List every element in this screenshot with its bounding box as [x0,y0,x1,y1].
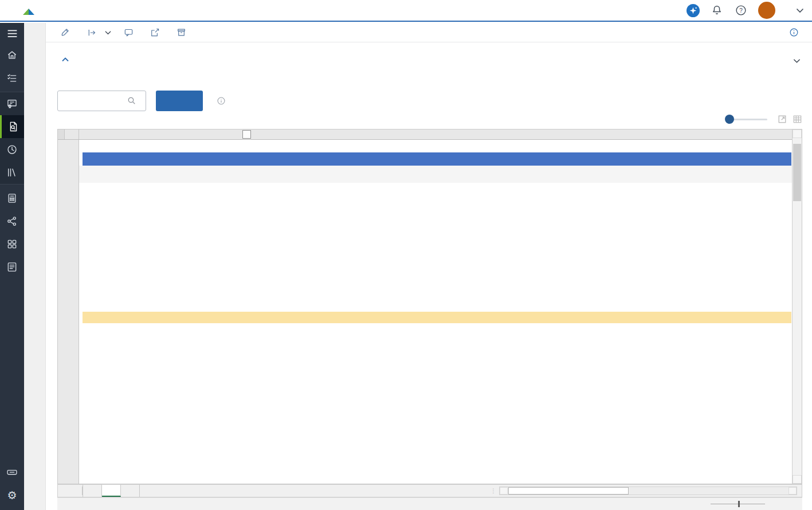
edit-in-designer-button[interactable] [60,28,74,37]
home-icon[interactable] [0,44,24,66]
archive-box-icon [176,28,186,37]
scroll-down-icon[interactable] [793,475,802,484]
vertical-scroll-thumb[interactable] [793,144,801,201]
outline-expand-button[interactable] [242,130,251,139]
run-button[interactable] [156,91,203,111]
scroll-left-icon[interactable] [500,487,508,495]
chevron-down-icon [793,58,801,64]
dashboard-grid-icon[interactable] [0,233,24,256]
grid-view-icon[interactable] [793,115,802,124]
hamburger-menu-icon[interactable] [0,23,24,44]
archive-library-icon[interactable] [0,161,24,184]
period-strip [79,166,792,183]
information-button[interactable] [789,28,812,37]
left-nav: ⚙ [0,23,24,510]
period-input[interactable] [64,97,127,105]
history-panel [24,23,46,510]
solver-logo[interactable] [0,7,57,14]
tasks-icon[interactable] [0,66,24,89]
scrollbar-grip-icon[interactable]: ⋮ [491,485,497,497]
outline-corner-cell2 [65,130,79,139]
sheet-tab-strip: ⋮ [57,484,802,497]
report-parameters-toggle[interactable] [57,57,69,62]
toggle-knob[interactable] [725,115,734,124]
popout-icon[interactable] [778,115,787,124]
svg-text:?: ? [739,7,743,14]
reports-icon[interactable] [0,115,24,138]
share-button[interactable] [150,28,164,37]
scroll-right-icon[interactable] [789,487,797,495]
workflow-icon[interactable] [0,210,24,233]
auto-refresh-row [720,115,802,124]
reporting-nav-group [0,92,24,185]
chevron-up-icon [62,57,69,62]
parameter-controls [57,91,230,111]
report-title-bar [83,152,791,166]
export-button[interactable] [87,28,111,37]
history-clock-icon[interactable] [0,138,24,161]
horizontal-scroll-thumb[interactable] [508,487,629,495]
info-icon [789,28,799,37]
projection-banner [83,312,791,323]
notes-icon[interactable] [0,256,24,278]
zoom-slider[interactable] [711,504,765,504]
report-toolbar [46,23,812,42]
top-bar: ? [0,0,812,22]
share-icon [150,28,160,37]
comment-button[interactable] [124,28,138,37]
user-avatar[interactable] [758,2,775,19]
horizontal-scrollbar[interactable] [499,487,797,495]
zoom-slider-handle[interactable] [738,501,740,507]
comment-icon [124,28,134,37]
tab-info[interactable] [121,485,140,497]
status-bar [57,497,802,510]
pencil-icon [60,28,70,37]
sheet-area [79,140,792,484]
chevron-down-icon [105,30,111,35]
search-icon[interactable] [127,96,137,106]
period-input-wrapper [57,91,146,111]
tab-live-report[interactable] [83,485,102,497]
scroll-up-icon[interactable] [793,130,802,138]
user-menu-chevron-icon[interactable] [796,8,804,13]
tab-published-example[interactable] [102,485,121,497]
outline-strip [58,130,792,140]
main-content: ⋮ [46,23,812,510]
company-selector[interactable] [789,58,801,64]
add-to-archive-button[interactable] [176,28,190,37]
export-icon [87,28,97,37]
report-viewer [57,129,802,484]
info-icon [217,96,226,105]
report-presentation-icon[interactable] [0,92,24,115]
outline-corner-cell [58,130,65,139]
keyboard-icon[interactable] [0,461,24,484]
settings-gear-icon[interactable]: ⚙ [0,484,24,507]
expand-panel-icon[interactable] [24,23,45,28]
assistant-sparkle-icon[interactable] [686,3,700,17]
row-header-gutter [58,140,79,484]
vertical-scrollbar[interactable] [792,130,802,484]
notifications-bell-icon[interactable] [710,3,724,17]
help-icon[interactable]: ? [734,3,748,17]
calculator-icon[interactable] [0,187,24,210]
zoom-controls [705,504,802,504]
last-run-status [217,96,230,105]
solver-logo-icon [21,8,36,15]
charts-row [83,193,792,307]
auto-refresh-toggle[interactable] [726,119,767,120]
